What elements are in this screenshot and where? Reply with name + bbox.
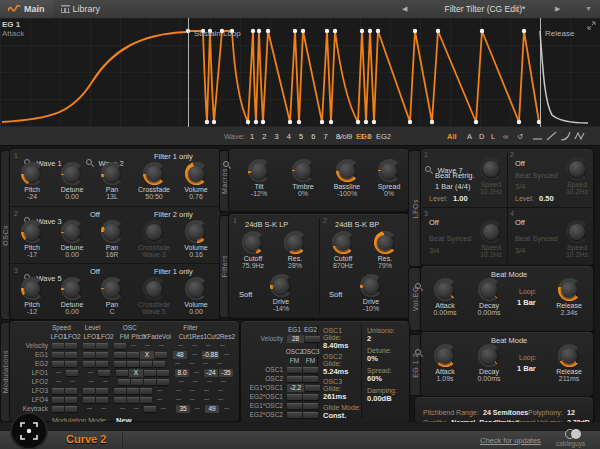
mod-cell[interactable]: [303, 394, 318, 400]
mod-cell[interactable]: [144, 370, 156, 376]
mod-cell[interactable]: -2.2: [287, 384, 304, 392]
mod-cell[interactable]: [200, 387, 213, 394]
preset-title[interactable]: Filter Tilter (CG Edit)*: [430, 4, 540, 14]
mod-cell[interactable]: [144, 406, 156, 412]
osc2-glide[interactable]: OSC2 Glide:5.24ms: [323, 353, 361, 376]
check-updates-link[interactable]: Check for updates: [480, 436, 541, 445]
lfo4-speed-knob[interactable]: Speed10.2Hz: [559, 220, 595, 258]
wave-b-selector[interactable]: Off: [90, 210, 100, 219]
lfo2-speed-knob[interactable]: Speed10.2Hz: [559, 157, 595, 195]
mod-cell[interactable]: [188, 342, 201, 349]
crossfade-knob[interactable]: CrossfadeWave 3: [136, 220, 172, 258]
mod-cell[interactable]: [52, 343, 64, 349]
mod-cell[interactable]: [303, 412, 318, 418]
mod-cell[interactable]: [190, 369, 203, 376]
filter2-res-knob[interactable]: Res.79%: [367, 231, 403, 269]
eg2-decay-knob[interactable]: Decay0.00ms: [471, 344, 507, 382]
mod-cell[interactable]: [114, 388, 126, 394]
mod-cell[interactable]: [52, 361, 64, 367]
prev-preset-button[interactable]: ◀: [402, 5, 407, 13]
detune-knob[interactable]: Detune0.00: [54, 162, 90, 200]
mod-cell[interactable]: [83, 388, 95, 394]
unisono[interactable]: Unisono:2: [367, 327, 407, 343]
mod-cell[interactable]: [188, 351, 201, 358]
mod-cell[interactable]: [118, 379, 130, 385]
vol-eg-release-knob[interactable]: Release2.34s: [551, 278, 587, 316]
lfo1-level[interactable]: 1.00: [453, 194, 468, 203]
flat-line-icon[interactable]: [532, 131, 543, 141]
detune-knob[interactable]: Detune0.00: [54, 220, 90, 258]
mod-cell[interactable]: 48: [173, 351, 187, 359]
vol-eg-attack-knob[interactable]: Attack0.00ms: [427, 278, 463, 316]
ramp-line-icon[interactable]: [546, 131, 557, 141]
zigzag-line-icon[interactable]: [574, 131, 586, 141]
filter-route-selector[interactable]: Filter 1 only: [154, 152, 193, 161]
mod-cell[interactable]: [65, 361, 77, 367]
mod-cell[interactable]: [127, 352, 139, 358]
mod-cell[interactable]: [127, 361, 139, 367]
damping[interactable]: Damping:0.00dB: [367, 387, 407, 403]
lfo3-wave-selector[interactable]: Off: [429, 218, 439, 227]
mod-cell[interactable]: 49: [205, 405, 219, 413]
mod-cell[interactable]: [140, 397, 152, 403]
mod-cell[interactable]: [99, 378, 112, 385]
mod-cell[interactable]: [65, 397, 77, 403]
mod-cell[interactable]: [127, 342, 140, 349]
mod-cell[interactable]: [96, 352, 108, 358]
mod-cell[interactable]: [114, 397, 126, 403]
expand-icon[interactable]: [587, 21, 596, 30]
release-start-line[interactable]: [540, 18, 541, 127]
wave-vol-button[interactable]: Vol: [338, 132, 348, 141]
pan-knob[interactable]: Pan16R: [94, 220, 130, 258]
bassline-knob[interactable]: Bassline-100%: [329, 159, 365, 197]
mod-cell[interactable]: [83, 352, 95, 358]
wave-eg1-button[interactable]: EG1: [356, 132, 371, 141]
mod-cell[interactable]: [305, 336, 320, 342]
mod-cell[interactable]: [203, 378, 216, 385]
mod-cell[interactable]: [83, 361, 95, 367]
mod-cell[interactable]: [172, 387, 185, 394]
next-preset-button[interactable]: ▶: [555, 5, 560, 13]
mod-cell[interactable]: [131, 379, 143, 385]
segment-all-button[interactable]: All: [447, 132, 457, 141]
filter2-cutoff-knob[interactable]: Cutoff870Hz: [325, 231, 361, 269]
mod-cell[interactable]: 8.0: [175, 369, 189, 377]
mod-cell[interactable]: [65, 388, 77, 394]
segment-decay-button[interactable]: D: [479, 132, 484, 141]
menu-dropdown-icon[interactable]: ▼: [585, 5, 592, 12]
filter-route-selector[interactable]: Filter 2 only: [154, 210, 193, 219]
curve-line-icon[interactable]: [560, 131, 571, 141]
mod-cell[interactable]: X: [129, 369, 143, 377]
retrigger-icon[interactable]: ↺: [517, 132, 523, 141]
filter1-soft-mode[interactable]: Soft: [239, 290, 252, 299]
lfo2-level[interactable]: 0.50: [539, 194, 554, 203]
mod-cell[interactable]: [127, 397, 139, 403]
filter1-res-knob[interactable]: Res.28%: [277, 231, 313, 269]
mod-cell[interactable]: [96, 343, 108, 349]
mod-cell[interactable]: [175, 378, 188, 385]
mod-cell[interactable]: [153, 396, 166, 403]
tab-main[interactable]: Main: [0, 0, 53, 18]
mod-cell[interactable]: [157, 370, 169, 376]
mod-cell[interactable]: [214, 396, 227, 403]
wave-eg2-button[interactable]: EG2: [376, 132, 391, 141]
mod-cell[interactable]: [83, 397, 95, 403]
lfo2-wave-selector[interactable]: Off: [515, 159, 525, 168]
mod-cell[interactable]: [52, 388, 64, 394]
mod-cell[interactable]: [65, 343, 77, 349]
crossfade-knob[interactable]: Crossfade50:50: [136, 162, 172, 200]
mod-cell[interactable]: [66, 370, 78, 376]
sustain-start-line[interactable]: [188, 18, 189, 127]
lfo4-wave-selector[interactable]: Off: [515, 218, 525, 227]
mod-cell[interactable]: [52, 397, 64, 403]
mod-cell[interactable]: 35: [176, 405, 190, 413]
zoom-icon[interactable]: [415, 283, 423, 291]
mod-cell[interactable]: [153, 387, 166, 394]
mod-cell[interactable]: [202, 342, 215, 349]
pitch-knob[interactable]: Pitch-24: [14, 162, 50, 200]
mod-cell[interactable]: [200, 396, 213, 403]
volume-knob[interactable]: Volume0.76: [178, 162, 214, 200]
mod-cell[interactable]: [199, 360, 212, 367]
pan-knob[interactable]: PanC: [94, 277, 130, 315]
envelope-editor[interactable]: EG 1 Attack Sustain Loop Release: [0, 18, 600, 128]
